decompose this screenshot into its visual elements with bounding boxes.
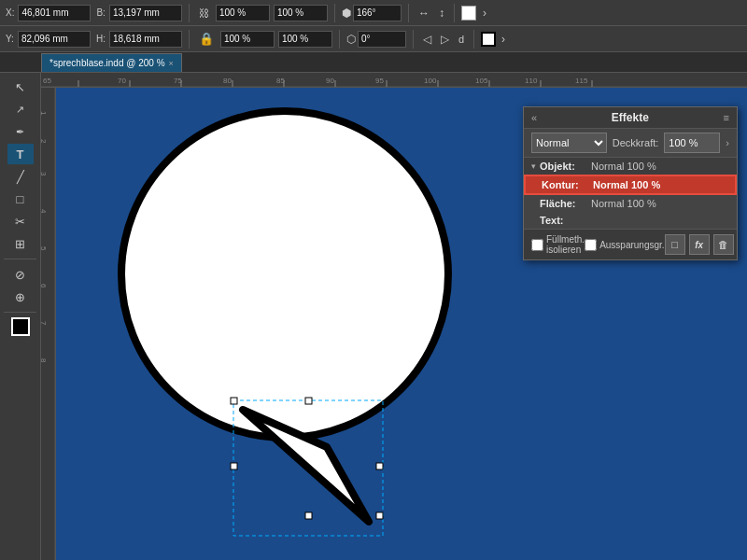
selection-tool[interactable]: ↖ [7,77,34,97]
main-area: ↖ ↗ ✒ T ╱ □ ✂ ⊞ ⊘ ⊕ 65 70 75 80 85 90 [0,73,747,560]
free-transform-tool[interactable]: ⊞ [7,233,34,254]
eyedropper-tool[interactable]: ⊘ [7,264,34,285]
flip-h-btn[interactable]: ↔ [416,6,432,21]
svg-text:65: 65 [43,77,51,85]
arrange-btn-2[interactable]: ▷ [438,32,452,47]
fx-btn[interactable]: fx [689,234,710,255]
tab-close-btn[interactable]: × [169,59,174,68]
svg-text:5: 5 [41,246,48,251]
top-toolbar: X: B: ⛓ ⬢ ↔ ↕ › Y: H: [0,0,747,52]
new-effect-btn[interactable]: □ [665,234,685,255]
kontur-label: Kontur: [542,179,593,190]
knockout-checkbox[interactable] [585,239,597,251]
opacity2-group [278,31,332,48]
b-input[interactable] [109,5,182,21]
h-label: H: [94,34,107,44]
tab-title: *sprechblase.indd @ 200 % [49,58,165,68]
text-label: Text: [540,215,591,226]
stroke-swatch[interactable] [481,32,496,47]
h-input[interactable] [109,31,182,48]
blend-mode-select[interactable]: Normal [531,133,607,153]
svg-text:7: 7 [41,321,48,326]
section-flaeche[interactable]: Fläche: Normal 100 % [524,195,737,212]
scale-h-input[interactable] [274,5,328,21]
flip-v-btn[interactable]: ↕ [436,6,447,21]
opacity-value-input[interactable] [664,133,720,153]
svg-text:8: 8 [41,358,48,363]
fill-swatch[interactable] [461,6,476,21]
objekt-value: Normal 100 % [591,161,656,172]
svg-text:2: 2 [41,139,48,144]
more-btn-2[interactable]: › [499,32,508,47]
type-tool[interactable]: T [7,144,34,164]
rect-tool[interactable]: □ [7,189,34,209]
constrain-btn[interactable]: 🔒 [196,31,217,47]
scale-w-input[interactable] [216,5,270,21]
svg-rect-0 [41,73,747,88]
opacity-label: Deckkraft: [613,137,659,148]
x-input[interactable] [18,5,91,21]
section-text[interactable]: Text: [524,212,737,229]
divider-6 [339,30,340,49]
effects-panel-title: Effekte [612,111,649,124]
speech-bubble-svg [112,92,542,559]
fill-color-btn[interactable] [11,317,30,336]
angle-group: ⬢ [342,5,402,21]
opacity2-input-toolbar[interactable] [278,31,332,48]
svg-rect-40 [305,512,312,519]
svg-text:115: 115 [575,77,588,85]
opacity-arrow-btn[interactable]: › [726,137,729,148]
angle-input[interactable] [353,5,402,21]
delete-effect-btn[interactable]: 🗑 [713,234,734,255]
svg-rect-37 [231,398,237,404]
flaeche-value: Normal 100 % [591,198,656,209]
knockout-checkbox-label[interactable]: Aussparungsgr. [585,239,665,251]
section-objekt[interactable]: ▾ Objekt: Normal 100 % [524,158,737,175]
panel-menu-btn[interactable]: ≡ [724,112,729,123]
panel-collapse-btn[interactable]: « [531,112,537,123]
divider-7 [413,30,414,49]
kontur-value: Normal 100 % [593,179,660,190]
canvas-area: « Effekte ≡ Normal Deckkraft: › ▾ Objekt… [56,88,747,560]
x-coord-group: X: [4,5,91,21]
link-btn[interactable]: ⛓ [196,7,212,20]
knockout-label: Aussparungsgr. [599,240,665,250]
svg-text:110: 110 [525,77,538,85]
scissors-tool[interactable]: ✂ [7,211,34,231]
tools-divider [4,259,35,259]
document-tab[interactable]: *sprechblase.indd @ 200 % × [41,53,182,72]
left-toolbox: ↖ ↗ ✒ T ╱ □ ✂ ⊞ ⊘ ⊕ [0,73,41,560]
ruler-vertical: 1 2 3 4 5 6 7 8 [41,88,56,560]
effects-panel-header: « Effekte ≡ [524,107,737,129]
letters-btn[interactable]: d [456,33,467,46]
ruler-horizontal: 65 70 75 80 85 90 95 100 105 110 115 [41,73,747,88]
objekt-arrow: ▾ [531,161,536,171]
x-label: X: [4,7,16,18]
divider-8 [473,30,474,49]
section-kontur[interactable]: Kontur: Normal 100 % [524,175,737,195]
flaeche-arrow [531,199,536,208]
svg-rect-38 [305,398,312,404]
direct-selection-tool[interactable]: ↗ [7,99,34,119]
isolate-checkbox[interactable] [531,239,543,251]
y-input[interactable] [18,31,91,48]
zoom-tool[interactable]: ⊕ [7,287,34,307]
svg-text:3: 3 [41,172,48,176]
svg-text:6: 6 [41,284,48,288]
scale-h-group [274,5,328,21]
more-btn-1[interactable]: › [480,6,489,21]
effects-panel-footer: Füllmeth. isolieren Aussparungsgr. □ fx … [524,229,737,259]
pen-tool[interactable]: ✒ [7,121,34,142]
footer-buttons: □ fx 🗑 [665,234,734,255]
svg-rect-39 [231,463,237,469]
shear-input[interactable] [358,31,406,48]
toolbar-row-1: X: B: ⛓ ⬢ ↔ ↕ › [0,0,747,26]
effects-panel: « Effekte ≡ Normal Deckkraft: › ▾ Objekt… [523,106,738,260]
effects-sections: ▾ Objekt: Normal 100 % Kontur: Normal 10… [524,158,737,229]
opacity-input-toolbar[interactable] [220,31,275,48]
kontur-arrow [533,180,538,189]
arrange-btn[interactable]: ◁ [420,32,434,47]
line-tool[interactable]: ╱ [7,166,34,187]
isolate-checkbox-label[interactable]: Füllmeth. isolieren [531,234,585,255]
svg-text:70: 70 [118,77,126,85]
